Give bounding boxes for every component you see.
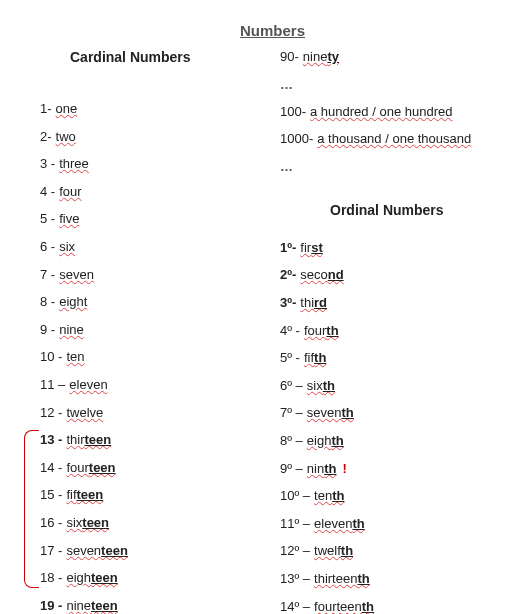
entry-number: 2- xyxy=(40,129,52,145)
cardinal-list: 1- one2- two3 - three4 - four5 - five6 -… xyxy=(40,101,240,614)
entry-number: 3º- xyxy=(280,295,296,311)
ellipsis: … xyxy=(280,77,500,92)
cardinal-entry: 9 - nine xyxy=(40,322,240,338)
entry-word: third xyxy=(300,295,327,311)
cardinal-entry: 6 - six xyxy=(40,239,240,255)
entry-word: four xyxy=(59,184,81,200)
page-title: Numbers xyxy=(40,22,505,39)
entry-word: sixth xyxy=(307,378,335,394)
entry-word: eleven xyxy=(69,377,107,393)
cardinal-entry: 3 - three xyxy=(40,156,240,172)
entry-number: 19 - xyxy=(40,598,62,614)
document-page: Numbers Cardinal Numbers 1- one2- two3 -… xyxy=(0,0,525,614)
cardinal-entry: 11 – eleven xyxy=(40,377,240,393)
entry-word: seven xyxy=(59,267,94,283)
entry-word: tenth xyxy=(314,488,344,504)
ordinal-list: 1º- first2º- second3º- third4º - fourth5… xyxy=(280,240,500,614)
entry-number: 1- xyxy=(40,101,52,117)
entry-number: 2º- xyxy=(280,267,296,283)
cardinal-entry: 17 - seventeen xyxy=(40,543,240,559)
ordinal-entry: 7º – seventh xyxy=(280,405,500,421)
cardinal-entry: 19 - nineteen xyxy=(40,598,240,614)
cardinal-entry: 18 - eighteen xyxy=(40,570,240,586)
ordinal-heading: Ordinal Numbers xyxy=(330,202,500,218)
entry-number: 12º – xyxy=(280,543,310,559)
entry-word: a thousand / one thousand xyxy=(317,131,471,147)
entry-word: thirteenth xyxy=(314,571,370,587)
entry-word: six xyxy=(59,239,75,255)
cardinal-extra-list: 90- ninety…100- a hundred / one hundred1… xyxy=(280,49,500,174)
cardinal-entry: 2- two xyxy=(40,129,240,145)
cardinal-entry: 13 -thirteen xyxy=(40,432,240,448)
entry-number: 10º – xyxy=(280,488,310,504)
ordinal-entry: 2º- second xyxy=(280,267,500,283)
entry-number: 7 - xyxy=(40,267,55,283)
entry-word: fifth xyxy=(304,350,326,366)
cardinal-entry: 4 - four xyxy=(40,184,240,200)
entry-number: 1000- xyxy=(280,131,313,147)
entry-number: 90- xyxy=(280,49,299,65)
ordinal-entry: 9º – ninth ! xyxy=(280,461,500,477)
entry-word: second xyxy=(300,267,343,283)
exclaim-icon: ! xyxy=(342,461,346,477)
entry-word: eighteen xyxy=(66,570,117,586)
ordinal-entry: 13º – thirteenth xyxy=(280,571,500,587)
entry-number: 8 - xyxy=(40,294,55,310)
entry-number: 18 - xyxy=(40,570,62,586)
entry-number: 3 - xyxy=(40,156,55,172)
ordinal-entry: 8º – eighth xyxy=(280,433,500,449)
entry-number: 9 - xyxy=(40,322,55,338)
ordinal-entry: 6º – sixth xyxy=(280,378,500,394)
left-column: Cardinal Numbers 1- one2- two3 - three4 … xyxy=(40,49,240,614)
entry-word: ninth xyxy=(307,461,337,477)
entry-word: fifteen xyxy=(66,487,103,503)
entry-number: 5º - xyxy=(280,350,300,366)
entry-number: 100- xyxy=(280,104,306,120)
entry-number: 5 - xyxy=(40,211,55,227)
entry-number: 11 – xyxy=(40,377,65,393)
entry-word: three xyxy=(59,156,89,172)
brace-decoration xyxy=(24,430,39,588)
entry-word: twelfth xyxy=(314,543,353,559)
entry-number: 4 - xyxy=(40,184,55,200)
ordinal-entry: 1º- first xyxy=(280,240,500,256)
entry-word: ninety xyxy=(303,49,339,65)
cardinal-entry: 100- a hundred / one hundred xyxy=(280,104,500,120)
ordinal-entry: 4º - fourth xyxy=(280,323,500,339)
entry-word: thirteen xyxy=(66,432,111,448)
entry-word: fourteenth xyxy=(314,599,374,615)
entry-number: 17 - xyxy=(40,543,62,559)
entry-number: 8º – xyxy=(280,433,303,449)
entry-word: nineteen xyxy=(66,598,117,614)
entry-word: two xyxy=(56,129,76,145)
entry-number: 7º – xyxy=(280,405,303,421)
entry-word: nine xyxy=(59,322,84,338)
entry-word: a hundred / one hundred xyxy=(310,104,452,120)
cardinal-entry: 1000- a thousand / one thousand xyxy=(280,131,500,147)
ellipsis: … xyxy=(280,159,500,174)
cardinal-entry: 15 - fifteen xyxy=(40,487,240,503)
entry-word: fourth xyxy=(304,323,339,339)
entry-word: first xyxy=(300,240,322,256)
entry-word: eighth xyxy=(307,433,344,449)
entry-number: 4º - xyxy=(280,323,300,339)
entry-word: seventh xyxy=(307,405,354,421)
entry-number: 12 - xyxy=(40,405,62,421)
entry-number: 6 - xyxy=(40,239,55,255)
cardinal-entry: 7 - seven xyxy=(40,267,240,283)
cardinal-entry: 12 - twelve xyxy=(40,405,240,421)
entry-number: 11º – xyxy=(280,516,310,532)
cardinal-entry: 10 - ten xyxy=(40,349,240,365)
cardinal-heading: Cardinal Numbers xyxy=(70,49,240,65)
entry-number: 1º- xyxy=(280,240,296,256)
entry-word: twelve xyxy=(66,405,103,421)
cardinal-entry: 8 - eight xyxy=(40,294,240,310)
cardinal-entry: 14 - fourteen xyxy=(40,460,240,476)
columns: Cardinal Numbers 1- one2- two3 - three4 … xyxy=(40,49,505,614)
entry-word: seventeen xyxy=(66,543,127,559)
right-column: 90- ninety…100- a hundred / one hundred1… xyxy=(280,49,500,614)
entry-number: 16 - xyxy=(40,515,62,531)
entry-number: 9º – xyxy=(280,461,303,477)
entry-word: fourteen xyxy=(66,460,115,476)
entry-word: eight xyxy=(59,294,87,310)
